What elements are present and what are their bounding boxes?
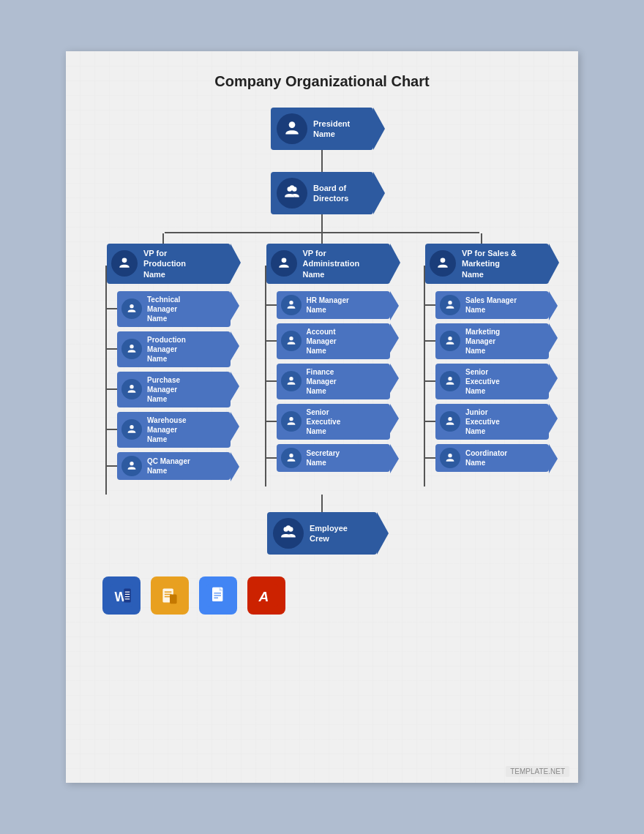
sec-text: SecretaryName (307, 448, 340, 467)
acrobat-icon[interactable]: A (247, 576, 285, 615)
ses-icon (440, 371, 460, 391)
vp-prod-text: VP for Production Name (143, 248, 186, 279)
report-row: ProductionManagerName (107, 331, 231, 367)
senior-exec-sales-node: SeniorExecutiveName (435, 364, 549, 399)
vp-prod-reports: TechnicalManagerName ProductionManagerNa… (107, 291, 231, 480)
president-text: President Name (313, 119, 350, 140)
vp-sales-text: VP for Sales & Marketing Name (462, 248, 517, 279)
vp-admin-col: VP for Administration Name H (255, 233, 390, 487)
president-node: President Name (271, 108, 373, 150)
report-row: MarketingManagerName (425, 323, 549, 359)
report-row: FinanceManagerName (266, 364, 390, 399)
hr-icon (281, 295, 302, 315)
warehouse-manager-node: WarehouseManagerName (117, 412, 231, 448)
report-row: SecretaryName (266, 444, 390, 472)
qc-text: QC ManagerName (147, 457, 190, 476)
president-icon (277, 113, 307, 144)
technical-manager-node: TechnicalManagerName (117, 291, 231, 327)
board-icon (277, 178, 307, 209)
svg-point-10 (281, 258, 286, 263)
senior-exec-admin-node: SeniorExecutiveName (277, 404, 390, 440)
je-icon (440, 411, 460, 432)
coordinator-node: CoordinatorName (435, 444, 549, 472)
qc-icon (121, 456, 142, 476)
docs-icon[interactable] (199, 576, 237, 615)
word-icon[interactable]: W (102, 576, 141, 615)
vp-prod-vert-line (105, 266, 107, 495)
employee-level: Employee Crew (267, 512, 377, 555)
vp-admin-section: VP for Administration Name H (255, 244, 390, 487)
account-manager-node: AccountManagerName (277, 323, 390, 359)
svg-point-15 (289, 454, 293, 457)
vp-prod-section: VP for Production Name (95, 244, 231, 495)
je-text: JuniorExecutiveName (465, 407, 500, 436)
svg-point-19 (448, 377, 452, 380)
finance-manager-node: FinanceManagerName (277, 364, 390, 399)
vp-admin-icon (271, 250, 297, 277)
page: Company Organizational Chart President N… (66, 51, 578, 783)
svg-point-7 (130, 385, 133, 388)
employee-icon (273, 518, 304, 549)
board-text: Board of Directors (313, 183, 348, 204)
svg-point-24 (286, 525, 291, 530)
am-icon (281, 331, 302, 351)
vp-prod-content: VP for Production Name (107, 244, 231, 480)
vp-sales-content: VP for Sales & Marketing Name (425, 244, 549, 472)
wh-text: WarehouseManagerName (147, 416, 187, 444)
vp-prod-vline-top (162, 233, 164, 244)
svg-point-20 (448, 417, 452, 421)
svg-point-12 (289, 337, 293, 340)
vp-admin-reports: HR ManagerName AccountManagerName (266, 291, 390, 472)
president-level: President Name (271, 108, 373, 150)
pages-icon[interactable] (151, 576, 189, 615)
coord-icon (440, 448, 460, 468)
marketing-manager-node: MarketingManagerName (435, 323, 549, 359)
svg-point-11 (289, 301, 293, 304)
svg-text:A: A (258, 589, 269, 604)
mm-text: MarketingManagerName (465, 327, 500, 356)
sea-icon (281, 411, 302, 432)
pm-text: ProductionManagerName (147, 335, 186, 364)
svg-point-5 (130, 304, 133, 308)
sm-text: Sales ManagerName (465, 296, 517, 315)
vp-sales-node: VP for Sales & Marketing Name (425, 244, 549, 284)
sec-icon (281, 448, 302, 468)
am-text: AccountManagerName (307, 327, 337, 356)
vp-sales-col: VP for Sales & Marketing Name (413, 233, 549, 487)
secretary-node: SecretaryName (277, 444, 390, 472)
svg-point-4 (122, 258, 127, 263)
employee-text: Employee Crew (310, 523, 348, 544)
vp-admin-text: VP for Administration Name (303, 248, 360, 279)
board-level: Board of Directors (271, 172, 373, 214)
svg-point-16 (441, 258, 446, 263)
report-row: SeniorExecutiveName (425, 364, 549, 399)
vp-prod-col: VP for Production Name (95, 233, 231, 495)
report-row: Sales ManagerName (425, 291, 549, 319)
org-chart: President Name B (88, 108, 556, 555)
line-board-vps (321, 214, 323, 232)
wh-icon (121, 419, 142, 440)
tm-text: TechnicalManagerName (147, 295, 180, 323)
svg-point-18 (448, 337, 452, 340)
pur-text: PurchaseManagerName (147, 375, 180, 404)
sea-text: SeniorExecutiveName (307, 407, 341, 436)
vp-admin-left-bar (255, 266, 266, 487)
pm-icon (121, 339, 142, 359)
line-admin-employee (321, 495, 323, 512)
svg-point-21 (448, 454, 452, 457)
vp-admin-node: VP for Administration Name (266, 244, 390, 284)
vp-row: VP for Production Name (95, 233, 549, 495)
junior-exec-node: JuniorExecutiveName (435, 404, 549, 440)
tm-icon (121, 298, 142, 319)
employee-node: Employee Crew (267, 512, 377, 555)
pur-icon (121, 379, 142, 399)
report-row: TechnicalManagerName (107, 291, 231, 327)
svg-point-17 (448, 301, 452, 304)
toolbar: W (88, 576, 556, 615)
fm-icon (281, 371, 302, 391)
report-row: QC ManagerName (107, 452, 231, 480)
hr-text: HR ManagerName (307, 296, 349, 315)
svg-point-14 (289, 417, 293, 421)
production-manager-node: ProductionManagerName (117, 331, 231, 367)
report-row: CoordinatorName (425, 444, 549, 472)
